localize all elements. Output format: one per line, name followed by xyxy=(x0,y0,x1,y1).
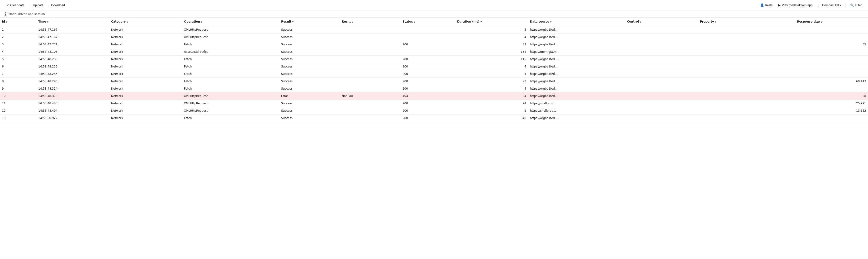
table-row[interactable]: 1014:58:48.378NetworkXMLHttpRequestError… xyxy=(0,92,868,100)
table-row[interactable]: 1114:58:48.453NetworkXMLHttpRequestSucce… xyxy=(0,100,868,107)
cell-time: 14:58:48.296 xyxy=(36,78,109,85)
cell-control xyxy=(625,26,698,33)
col-header-responsesize[interactable]: Response size ∨ xyxy=(795,18,868,26)
cell-operation: XMLHttpRequest xyxy=(182,107,279,115)
col-header-operation[interactable]: Operation ∨ xyxy=(182,18,279,26)
cell-operation: XMLHttpRequest xyxy=(182,100,279,107)
clear-data-button[interactable]: ✕ Clear data xyxy=(4,2,27,8)
compact-list-label: Compact list xyxy=(822,3,839,7)
table-row[interactable]: 614:58:48.235NetworkFetchSuccess2004http… xyxy=(0,63,868,70)
cell-category: Network xyxy=(109,107,182,115)
sort-icon-duration: ∨ xyxy=(480,21,482,23)
cell-operation: Fetch xyxy=(182,78,279,85)
cell-time: 14:58:47.771 xyxy=(36,41,109,48)
table-row[interactable]: 314:58:47.771NetworkFetchSuccess20087htt… xyxy=(0,41,868,48)
cell-responsesize xyxy=(795,115,868,122)
cell-res xyxy=(340,63,401,70)
cell-datasource: https://orgbe1fed... xyxy=(528,33,625,41)
table-row[interactable]: 1214:58:48.494NetworkXMLHttpRequestSucce… xyxy=(0,107,868,115)
cell-responsesize xyxy=(795,48,868,56)
table-row[interactable]: 114:58:47.167NetworkXMLHttpRequestSucces… xyxy=(0,26,868,33)
cell-status: 404 xyxy=(401,92,455,100)
cell-datasource: https://orgbe1fed... xyxy=(528,92,625,100)
cell-res xyxy=(340,33,401,41)
download-button[interactable]: ↓ Download xyxy=(46,2,67,8)
cell-property xyxy=(698,63,795,70)
cell-res xyxy=(340,70,401,78)
cell-id: 6 xyxy=(2,65,4,68)
compact-list-chevron-icon: ▾ xyxy=(840,4,841,6)
table-row[interactable]: 414:58:48.106NetworkAssetLoad.ScriptSucc… xyxy=(0,48,868,56)
table-row[interactable]: 714:58:48.236NetworkFetchSuccess2005http… xyxy=(0,70,868,78)
cell-time: 14:58:48.378 xyxy=(36,92,109,100)
cell-operation: AssetLoad.Script xyxy=(182,48,279,56)
cell-datasource: https://orgbe1fed... xyxy=(528,56,625,63)
col-header-status[interactable]: Status ∨ xyxy=(401,18,455,26)
sort-icon-responsesize: ∨ xyxy=(820,21,823,23)
cell-result: Success xyxy=(279,85,340,92)
cell-status xyxy=(401,33,455,41)
cell-property xyxy=(698,100,795,107)
compact-list-icon: ☰ xyxy=(818,3,821,7)
cell-status: 200 xyxy=(401,78,455,85)
cell-result: Success xyxy=(279,70,340,78)
cell-duration: 4 xyxy=(455,63,528,70)
cell-operation: Fetch xyxy=(182,56,279,63)
cell-category: Network xyxy=(109,85,182,92)
cell-result: Success xyxy=(279,100,340,107)
col-header-res[interactable]: Res... ∨ xyxy=(340,18,401,26)
invite-button[interactable]: 👤 Invite xyxy=(758,2,775,8)
table-row[interactable]: 514:58:48.233NetworkFetchSuccess200115ht… xyxy=(0,56,868,63)
cell-control xyxy=(625,33,698,41)
col-header-time[interactable]: Time ∨ xyxy=(36,18,109,26)
filter-label: Filter xyxy=(855,3,862,7)
cell-duration: 115 xyxy=(455,56,528,63)
table-row[interactable]: 814:58:48.296NetworkFetchSuccess20092htt… xyxy=(0,78,868,85)
cell-id: 11 xyxy=(2,102,5,105)
cell-datasource: https://orgbe1fed... xyxy=(528,70,625,78)
cell-control xyxy=(625,78,698,85)
cell-datasource: https://orgbe1fed... xyxy=(528,41,625,48)
cell-responsesize: 13,352 xyxy=(795,107,868,115)
cell-result: Success xyxy=(279,33,340,41)
cell-id: 9 xyxy=(2,87,4,90)
cell-id: 12 xyxy=(2,109,5,112)
cell-responsesize xyxy=(795,85,868,92)
table-row[interactable]: 214:58:47.167NetworkXMLHttpRequestSucces… xyxy=(0,33,868,41)
col-header-id[interactable]: Id ∨ xyxy=(0,18,36,26)
col-header-duration[interactable]: Duration (ms) ∨ xyxy=(455,18,528,26)
table-container: Id ∨ Time ∨ Category ∨ xyxy=(0,18,868,122)
cell-duration: 92 xyxy=(455,78,528,85)
cell-operation: XMLHttpRequest xyxy=(182,26,279,33)
cell-res xyxy=(340,26,401,33)
table-row[interactable]: 914:58:48.324NetworkFetchSuccess2004http… xyxy=(0,85,868,92)
toolbar: ✕ Clear data ↑ Upload ↓ Download 👤 Invit… xyxy=(0,0,868,10)
col-header-result[interactable]: Result ∨ xyxy=(279,18,340,26)
upload-button[interactable]: ↑ Upload xyxy=(28,2,45,8)
col-header-property[interactable]: Property ∨ xyxy=(698,18,795,26)
col-header-datasource[interactable]: Data source ∨ xyxy=(528,18,625,26)
cell-duration: 24 xyxy=(455,100,528,107)
col-header-control[interactable]: Control ∨ xyxy=(625,18,698,26)
table-row[interactable]: 1314:58:50.922NetworkFetchSuccess200348h… xyxy=(0,115,868,122)
cell-id: 7 xyxy=(2,72,4,76)
cell-control xyxy=(625,70,698,78)
play-button[interactable]: ▶ Play model-driven app xyxy=(776,2,815,8)
col-header-category[interactable]: Category ∨ xyxy=(109,18,182,26)
cell-category: Network xyxy=(109,78,182,85)
cell-category: Network xyxy=(109,70,182,78)
cell-res: Not Fou... xyxy=(340,92,401,100)
sort-icon-control: ∨ xyxy=(640,21,642,23)
cell-category: Network xyxy=(109,63,182,70)
upload-icon: ↑ xyxy=(30,3,32,7)
cell-status: 200 xyxy=(401,41,455,48)
filter-button[interactable]: 🔍 Filter xyxy=(847,2,864,8)
cell-duration: 4 xyxy=(455,33,528,41)
cell-responsesize xyxy=(795,26,868,33)
cell-res xyxy=(340,115,401,122)
compact-list-button[interactable]: ☰ Compact list ▾ xyxy=(816,2,844,8)
cell-property xyxy=(698,85,795,92)
cell-duration: 4 xyxy=(455,85,528,92)
filter-icon: 🔍 xyxy=(850,3,854,7)
cell-property xyxy=(698,115,795,122)
